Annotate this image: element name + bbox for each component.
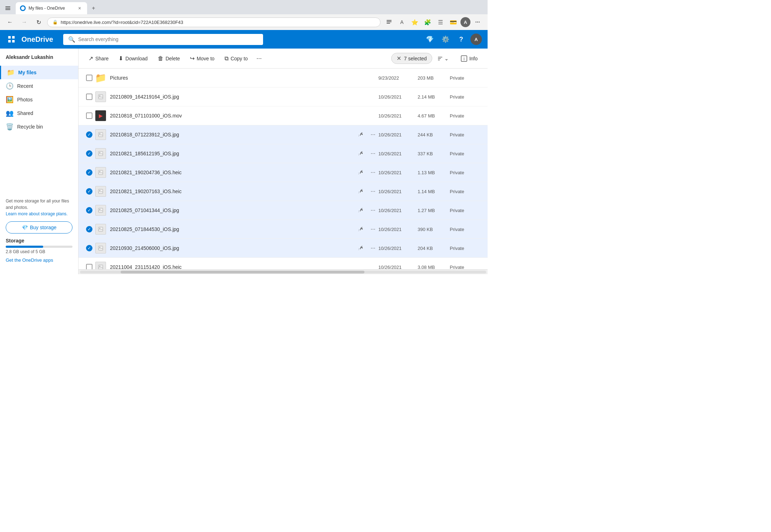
file-checkbox-area[interactable]: [84, 112, 94, 119]
file-checkbox-area[interactable]: ✓: [84, 207, 94, 214]
more-file-button[interactable]: ···: [368, 129, 378, 140]
checkbox-unchecked[interactable]: [86, 112, 92, 119]
table-row[interactable]: ✓ 20210821_185612195_iOS.jpg ··· 10/26/2…: [79, 144, 488, 163]
app-launcher-button[interactable]: [6, 34, 17, 45]
sidebar-toggle[interactable]: [3, 3, 13, 13]
h-scroll-thumb[interactable]: [121, 271, 364, 273]
table-row[interactable]: 20211004_231151420_iOS.heic 10/26/2021 3…: [79, 258, 488, 269]
reload-button[interactable]: ↻: [33, 16, 44, 28]
storage-plans-link[interactable]: Learn more about storage plans.: [6, 211, 67, 216]
svg-point-24: [99, 190, 100, 191]
browser-profile[interactable]: A: [460, 17, 470, 27]
table-row[interactable]: ✓ 20210818_071223912_iOS.jpg ··· 10/26/2…: [79, 125, 488, 144]
file-access: Private: [450, 246, 482, 251]
sidebar-label-my-files: My files: [18, 70, 36, 75]
file-type-icon: 📁: [94, 71, 107, 84]
delete-icon: 🗑: [158, 55, 163, 62]
help-button[interactable]: ?: [455, 33, 468, 46]
move-to-button[interactable]: ↪ Move to: [186, 53, 219, 64]
sort-button[interactable]: ⌄: [434, 54, 452, 64]
file-checkbox-area[interactable]: ✓: [84, 169, 94, 176]
file-checkbox-area[interactable]: ✓: [84, 245, 94, 251]
table-row[interactable]: ✓ 20210825_071041344_iOS.jpg ··· 10/26/2…: [79, 201, 488, 220]
checkbox-checked[interactable]: ✓: [86, 150, 92, 157]
new-tab-button[interactable]: +: [89, 3, 99, 13]
horizontal-scrollbar[interactable]: [79, 269, 488, 274]
settings-button[interactable]: ⚙️: [439, 33, 452, 46]
share-file-button[interactable]: [356, 129, 366, 140]
search-input[interactable]: [78, 36, 258, 42]
sidebar-item-my-files[interactable]: 📁 My files: [0, 66, 78, 79]
user-profile-button[interactable]: A: [470, 34, 482, 45]
sidebar-item-shared[interactable]: 👥 Shared: [0, 106, 78, 120]
checkbox-checked[interactable]: ✓: [86, 169, 92, 176]
table-row[interactable]: ✓ 20210930_214506000_iOS.jpg ··· 10/26/2…: [79, 239, 488, 258]
share-file-button[interactable]: [356, 224, 366, 235]
sidebar-item-photos[interactable]: 🖼️ Photos: [0, 93, 78, 106]
share-file-button[interactable]: [356, 186, 366, 197]
share-file-button[interactable]: [356, 167, 366, 178]
tab-close-button[interactable]: ×: [76, 5, 83, 11]
file-checkbox-area[interactable]: ✓: [84, 226, 94, 232]
folder-icon: 📁: [7, 69, 15, 76]
more-file-button[interactable]: ···: [368, 243, 378, 254]
file-checkbox-area[interactable]: ✓: [84, 150, 94, 157]
copy-to-button[interactable]: ⧉ Copy to: [220, 53, 252, 64]
table-row[interactable]: ✓ 20210825_071844530_iOS.jpg ··· 10/26/2…: [79, 220, 488, 239]
selected-count-text: 7 selected: [404, 56, 427, 61]
more-file-button[interactable]: ···: [368, 167, 378, 178]
file-type-icon: [94, 204, 107, 217]
get-apps-link[interactable]: Get the OneDrive apps: [6, 257, 53, 263]
share-button[interactable]: ↗ Share: [84, 53, 113, 64]
file-checkbox-area[interactable]: ✓: [84, 188, 94, 195]
wallet-button[interactable]: 💳: [448, 16, 459, 28]
sidebar-item-recycle-bin[interactable]: 🗑️ Recycle bin: [0, 120, 78, 134]
file-name: 20210825_071844530_iOS.jpg: [110, 226, 350, 232]
more-actions-button[interactable]: ···: [253, 53, 264, 64]
checkbox-unchecked[interactable]: [86, 264, 92, 269]
more-file-button[interactable]: ···: [368, 186, 378, 197]
file-checkbox-area[interactable]: ✓: [84, 131, 94, 138]
checkbox-checked[interactable]: ✓: [86, 131, 92, 138]
more-file-button[interactable]: ···: [368, 224, 378, 235]
table-row[interactable]: ✓ 20210821_190204736_iOS.heic ··· 10/26/…: [79, 163, 488, 182]
checkbox-checked[interactable]: ✓: [86, 207, 92, 214]
table-row[interactable]: 20210809_164219164_iOS.jpg 10/26/2021 2.…: [79, 87, 488, 106]
extensions-button[interactable]: 🧩: [422, 16, 433, 28]
premium-button[interactable]: 💎: [423, 33, 436, 46]
file-access: Private: [450, 113, 482, 119]
sidebar-item-recent[interactable]: 🕒 Recent: [0, 79, 78, 93]
table-row[interactable]: 📁 Pictures 9/23/2022 203 MB Private: [79, 69, 488, 87]
collections-button[interactable]: ☰: [435, 16, 446, 28]
file-checkbox-area[interactable]: [84, 75, 94, 81]
share-file-button[interactable]: [356, 205, 366, 216]
checkbox-unchecked[interactable]: [86, 75, 92, 81]
favorites-star-button[interactable]: ⭐: [409, 16, 420, 28]
delete-button[interactable]: 🗑 Delete: [153, 53, 184, 64]
immersive-reader-button[interactable]: A: [396, 16, 408, 28]
more-file-button[interactable]: ···: [368, 148, 378, 159]
buy-storage-button[interactable]: 💎 Buy storage: [6, 221, 72, 234]
share-file-button[interactable]: [356, 148, 366, 159]
table-row[interactable]: ▶ 20210818_071101000_iOS.mov 10/26/2021 …: [79, 106, 488, 125]
active-tab[interactable]: My files - OneDrive ×: [16, 2, 87, 14]
clear-selection-button[interactable]: ✕: [397, 55, 401, 62]
main-layout: Aleksandr Lukashin 📁 My files 🕒 Recent 🖼…: [0, 49, 488, 274]
checkbox-checked[interactable]: ✓: [86, 245, 92, 251]
checkbox-unchecked[interactable]: [86, 94, 92, 100]
tab-search-button[interactable]: [383, 16, 395, 28]
table-row[interactable]: ✓ 20210821_190207163_iOS.heic ··· 10/26/…: [79, 182, 488, 201]
download-button[interactable]: ⬇ Download: [114, 53, 152, 64]
more-file-button[interactable]: ···: [368, 205, 378, 216]
checkbox-checked[interactable]: ✓: [86, 226, 92, 232]
share-file-button[interactable]: [356, 243, 366, 254]
forward-button[interactable]: →: [19, 16, 30, 28]
file-checkbox-area[interactable]: [84, 94, 94, 100]
info-button[interactable]: i Info: [457, 53, 482, 64]
back-button[interactable]: ←: [4, 16, 16, 28]
search-bar[interactable]: 🔍: [63, 34, 263, 45]
file-checkbox-area[interactable]: [84, 264, 94, 269]
checkbox-checked[interactable]: ✓: [86, 188, 92, 195]
settings-more-button[interactable]: ···: [472, 16, 483, 28]
address-bar[interactable]: 🔒 https://onedrive.live.com/?id=root&cid…: [47, 17, 381, 27]
